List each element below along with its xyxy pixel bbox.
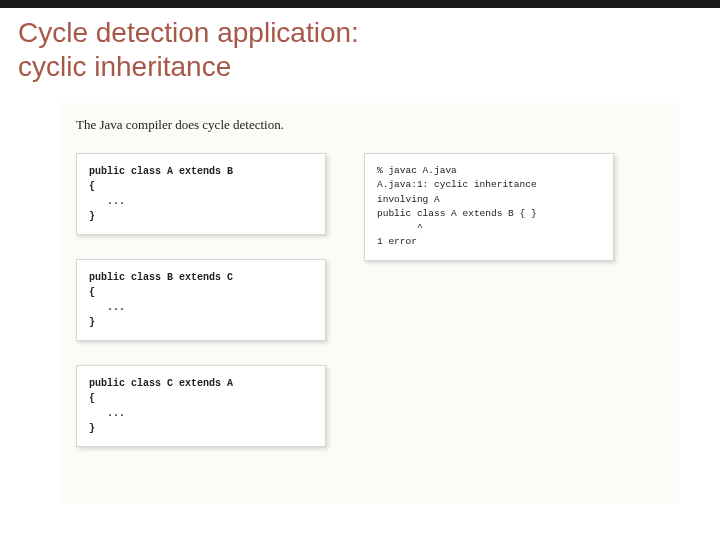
code-class-b: public class B extends C { ... } [76,259,326,341]
left-column: public class A extends B { ... } public … [76,153,326,447]
lead-text: The Java compiler does cycle detection. [76,117,664,133]
title-bar [0,0,720,8]
right-column: % javac A.java A.java:1: cyclic inherita… [364,153,614,261]
columns: public class A extends B { ... } public … [76,153,664,447]
content-area: The Java compiler does cycle detection. … [60,103,680,503]
slide-title-line2: cyclic inheritance [18,50,702,84]
slide-title-line1: Cycle detection application: [18,16,702,50]
title-block: Cycle detection application: cyclic inhe… [0,8,720,93]
code-class-c: public class C extends A { ... } [76,365,326,447]
code-class-a: public class A extends B { ... } [76,153,326,235]
compiler-output: % javac A.java A.java:1: cyclic inherita… [364,153,614,261]
